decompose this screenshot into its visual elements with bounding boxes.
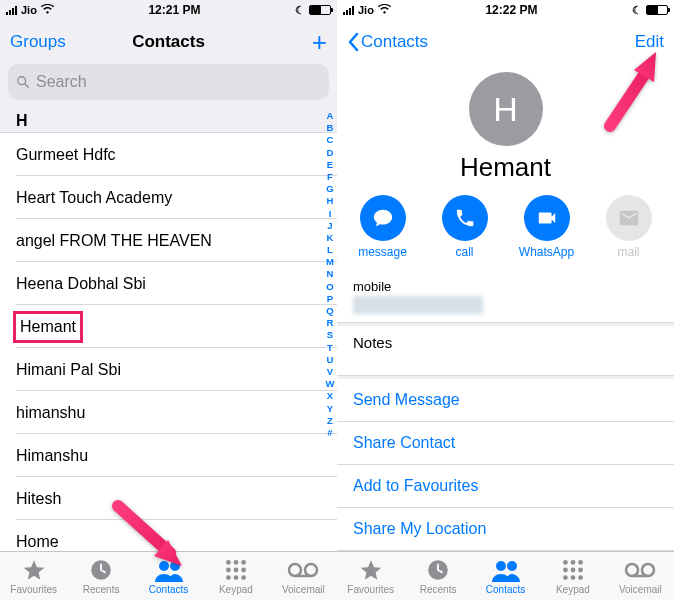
signal-icon (343, 5, 354, 15)
carrier-label: Jio (21, 4, 37, 16)
index-letter[interactable]: E (324, 159, 336, 170)
contact-row[interactable]: Gurmeet Hdfc (0, 133, 337, 176)
tab-label: Voicemail (282, 584, 325, 595)
svg-point-19 (507, 561, 517, 571)
index-letter[interactable]: M (324, 256, 336, 267)
svg-line-1 (25, 84, 29, 88)
send-message-link[interactable]: Send Message (337, 379, 674, 422)
star-icon (357, 557, 385, 583)
tab-favourites[interactable]: Favourites (337, 552, 404, 600)
message-action-button[interactable]: message (350, 195, 416, 259)
voicemail-icon (287, 557, 319, 583)
contacts-icon (490, 557, 522, 583)
index-letter[interactable]: J (324, 220, 336, 231)
phone-left-contacts-list: Jio 12:21 PM ☾ Groups Contacts + Search … (0, 0, 337, 600)
svg-point-7 (241, 560, 246, 565)
svg-point-18 (496, 561, 506, 571)
index-letter[interactable]: Q (324, 305, 336, 316)
phone-icon (442, 195, 488, 241)
svg-point-25 (578, 568, 583, 573)
contact-row[interactable]: Hemant (0, 305, 337, 348)
index-letter[interactable]: W (324, 378, 336, 389)
contact-row[interactable]: Heena Dobhal Sbi (0, 262, 337, 305)
index-letter[interactable]: S (324, 329, 336, 340)
index-letter[interactable]: V (324, 366, 336, 377)
tab-label: Keypad (556, 584, 590, 595)
svg-point-6 (234, 560, 239, 565)
tab-keypad[interactable]: Keypad (539, 552, 606, 600)
index-letter[interactable]: K (324, 232, 336, 243)
index-letter[interactable]: R (324, 317, 336, 328)
tab-contacts[interactable]: Contacts (135, 552, 202, 600)
phone-action-button[interactable]: call (432, 195, 498, 259)
index-letter[interactable]: F (324, 171, 336, 182)
alphabet-index[interactable]: ABCDEFGHIJKLMNOPQRSTUVWXYZ# (324, 106, 336, 551)
contact-row[interactable]: angel FROM THE HEAVEN (0, 219, 337, 262)
back-label: Contacts (361, 32, 428, 52)
video-action-button[interactable]: WhatsApp (514, 195, 580, 259)
tab-label: Contacts (486, 584, 525, 595)
index-letter[interactable]: P (324, 293, 336, 304)
svg-point-14 (289, 564, 301, 576)
tab-bar: FavouritesRecentsContactsKeypadVoicemail (0, 551, 337, 600)
index-letter[interactable]: C (324, 134, 336, 145)
contact-name: Home (16, 533, 59, 551)
notes-field[interactable]: Notes (337, 326, 674, 376)
tab-label: Favourites (10, 584, 57, 595)
tab-voicemail[interactable]: Voicemail (270, 552, 337, 600)
battery-icon (309, 5, 331, 15)
add-contact-button[interactable]: + (312, 29, 327, 55)
svg-point-20 (563, 560, 568, 565)
index-letter[interactable]: I (324, 208, 336, 219)
search-placeholder: Search (36, 73, 87, 91)
index-letter[interactable]: H (324, 195, 336, 206)
svg-point-9 (234, 568, 239, 573)
index-letter[interactable]: U (324, 354, 336, 365)
contact-row[interactable]: himanshu (0, 391, 337, 434)
mail-action-button: mail (596, 195, 662, 259)
contact-row[interactable]: Heart Touch Academy (0, 176, 337, 219)
tab-recents[interactable]: Recents (67, 552, 134, 600)
index-letter[interactable]: G (324, 183, 336, 194)
share-contact-link[interactable]: Share Contact (337, 422, 674, 465)
index-letter[interactable]: T (324, 342, 336, 353)
index-letter[interactable]: L (324, 244, 336, 255)
tab-label: Keypad (219, 584, 253, 595)
index-letter[interactable]: Y (324, 403, 336, 414)
search-input[interactable]: Search (8, 64, 329, 100)
tab-recents[interactable]: Recents (404, 552, 471, 600)
index-letter[interactable]: N (324, 268, 336, 279)
back-button[interactable]: Contacts (347, 32, 428, 52)
index-letter[interactable]: Z (324, 415, 336, 426)
svg-point-22 (578, 560, 583, 565)
share-my-location-link[interactable]: Share My Location (337, 508, 674, 551)
contact-actions-row: messagecallWhatsAppmail (340, 195, 672, 259)
svg-point-15 (305, 564, 317, 576)
tab-contacts[interactable]: Contacts (472, 552, 539, 600)
add-to-favourites-link[interactable]: Add to Favourites (337, 465, 674, 508)
tab-label: Recents (83, 584, 120, 595)
contact-row[interactable]: Hitesh (0, 477, 337, 520)
keypad-icon (560, 557, 586, 583)
index-letter[interactable]: X (324, 390, 336, 401)
tab-favourites[interactable]: Favourites (0, 552, 67, 600)
action-label: message (358, 245, 407, 259)
index-letter[interactable]: D (324, 147, 336, 158)
edit-button[interactable]: Edit (635, 32, 664, 52)
index-letter[interactable]: B (324, 122, 336, 133)
contact-row[interactable]: Himani Pal Sbi (0, 348, 337, 391)
svg-point-8 (226, 568, 231, 573)
groups-button[interactable]: Groups (10, 32, 66, 52)
svg-point-4 (170, 561, 180, 571)
contact-name: Himanshu (16, 447, 88, 465)
tab-voicemail[interactable]: Voicemail (607, 552, 674, 600)
contact-row[interactable]: Home (0, 520, 337, 551)
contact-row[interactable]: Himanshu (0, 434, 337, 477)
index-letter[interactable]: O (324, 281, 336, 292)
mobile-field[interactable]: mobile (337, 271, 674, 323)
tab-keypad[interactable]: Keypad (202, 552, 269, 600)
notes-label: Notes (353, 334, 658, 351)
index-letter[interactable]: # (324, 427, 336, 438)
contacts-list[interactable]: Gurmeet Hdfc Heart Touch Academy angel F… (0, 133, 337, 551)
index-letter[interactable]: A (324, 110, 336, 121)
